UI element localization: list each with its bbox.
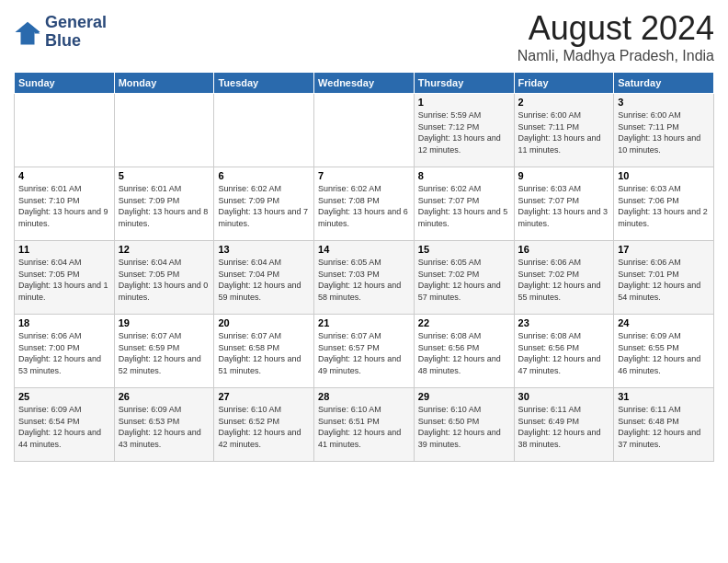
- calendar-cell: 6Sunrise: 6:02 AM Sunset: 7:09 PM Daylig…: [214, 167, 314, 241]
- day-info: Sunrise: 6:11 AM Sunset: 6:49 PM Dayligh…: [518, 404, 610, 450]
- calendar-cell: 2Sunrise: 6:00 AM Sunset: 7:11 PM Daylig…: [514, 94, 614, 167]
- day-number: 16: [518, 244, 610, 255]
- day-info: Sunrise: 6:07 AM Sunset: 6:58 PM Dayligh…: [218, 330, 310, 376]
- location: Namli, Madhya Pradesh, India: [518, 48, 714, 64]
- title-block: August 2024 Namli, Madhya Pradesh, India: [518, 9, 714, 64]
- day-number: 19: [119, 317, 210, 328]
- day-info: Sunrise: 6:11 AM Sunset: 6:48 PM Dayligh…: [618, 404, 710, 450]
- col-header-tuesday: Tuesday: [214, 73, 314, 94]
- day-number: 8: [418, 170, 510, 181]
- day-info: Sunrise: 6:04 AM Sunset: 7:04 PM Dayligh…: [218, 257, 310, 303]
- calendar-cell: 17Sunrise: 6:06 AM Sunset: 7:01 PM Dayli…: [614, 241, 714, 315]
- day-number: 31: [618, 391, 710, 402]
- calendar-cell: 22Sunrise: 6:08 AM Sunset: 6:56 PM Dayli…: [414, 315, 514, 388]
- day-info: Sunrise: 6:06 AM Sunset: 7:02 PM Dayligh…: [518, 257, 610, 303]
- day-number: 29: [418, 391, 510, 402]
- day-info: Sunrise: 6:03 AM Sunset: 7:07 PM Dayligh…: [518, 183, 610, 229]
- day-number: 18: [18, 317, 110, 328]
- day-number: 9: [518, 170, 610, 181]
- calendar-cell: 26Sunrise: 6:09 AM Sunset: 6:53 PM Dayli…: [114, 388, 214, 462]
- calendar-table: SundayMondayTuesdayWednesdayThursdayFrid…: [14, 72, 714, 462]
- calendar-cell: 4Sunrise: 6:01 AM Sunset: 7:10 PM Daylig…: [15, 167, 115, 241]
- calendar-cell: 15Sunrise: 6:05 AM Sunset: 7:02 PM Dayli…: [414, 241, 514, 315]
- calendar-cell: 31Sunrise: 6:11 AM Sunset: 6:48 PM Dayli…: [614, 388, 714, 462]
- day-info: Sunrise: 6:03 AM Sunset: 7:06 PM Dayligh…: [618, 183, 710, 229]
- calendar-cell: [214, 94, 314, 167]
- day-number: 27: [218, 391, 310, 402]
- day-number: 5: [119, 170, 210, 181]
- day-number: 15: [418, 244, 510, 255]
- day-number: 12: [119, 244, 210, 255]
- calendar-cell: 24Sunrise: 6:09 AM Sunset: 6:55 PM Dayli…: [614, 315, 714, 388]
- day-number: 2: [518, 97, 610, 108]
- calendar-cell: 19Sunrise: 6:07 AM Sunset: 6:59 PM Dayli…: [114, 315, 214, 388]
- page: General Blue August 2024 Namli, Madhya P…: [0, 0, 728, 471]
- calendar-cell: 5Sunrise: 6:01 AM Sunset: 7:09 PM Daylig…: [114, 167, 214, 241]
- col-header-monday: Monday: [114, 73, 214, 94]
- calendar-cell: 20Sunrise: 6:07 AM Sunset: 6:58 PM Dayli…: [214, 315, 314, 388]
- day-number: 24: [618, 317, 710, 328]
- day-info: Sunrise: 6:10 AM Sunset: 6:52 PM Dayligh…: [218, 404, 310, 450]
- logo: General Blue: [14, 14, 107, 51]
- day-info: Sunrise: 6:05 AM Sunset: 7:03 PM Dayligh…: [318, 257, 410, 303]
- calendar-cell: [15, 94, 115, 167]
- day-info: Sunrise: 6:00 AM Sunset: 7:11 PM Dayligh…: [618, 109, 710, 155]
- col-header-thursday: Thursday: [414, 73, 514, 94]
- day-number: 3: [618, 97, 710, 108]
- day-info: Sunrise: 6:06 AM Sunset: 7:01 PM Dayligh…: [618, 257, 710, 303]
- calendar-cell: [114, 94, 214, 167]
- calendar-cell: 25Sunrise: 6:09 AM Sunset: 6:54 PM Dayli…: [15, 388, 115, 462]
- day-number: 25: [18, 391, 110, 402]
- col-header-friday: Friday: [514, 73, 614, 94]
- day-info: Sunrise: 6:09 AM Sunset: 6:53 PM Dayligh…: [119, 404, 210, 450]
- day-number: 11: [18, 244, 110, 255]
- day-info: Sunrise: 6:09 AM Sunset: 6:54 PM Dayligh…: [18, 404, 110, 450]
- day-info: Sunrise: 6:09 AM Sunset: 6:55 PM Dayligh…: [618, 330, 710, 376]
- day-number: 26: [119, 391, 210, 402]
- day-info: Sunrise: 6:06 AM Sunset: 7:00 PM Dayligh…: [18, 330, 110, 376]
- header: General Blue August 2024 Namli, Madhya P…: [14, 9, 714, 64]
- day-info: Sunrise: 6:02 AM Sunset: 7:07 PM Dayligh…: [418, 183, 510, 229]
- logo-icon: [14, 18, 41, 46]
- day-number: 20: [218, 317, 310, 328]
- calendar-cell: 23Sunrise: 6:08 AM Sunset: 6:56 PM Dayli…: [514, 315, 614, 388]
- calendar-cell: 29Sunrise: 6:10 AM Sunset: 6:50 PM Dayli…: [414, 388, 514, 462]
- day-number: 21: [318, 317, 410, 328]
- col-header-saturday: Saturday: [614, 73, 714, 94]
- day-info: Sunrise: 6:05 AM Sunset: 7:02 PM Dayligh…: [418, 257, 510, 303]
- day-info: Sunrise: 6:07 AM Sunset: 6:57 PM Dayligh…: [318, 330, 410, 376]
- day-number: 1: [418, 97, 510, 108]
- day-info: Sunrise: 6:10 AM Sunset: 6:51 PM Dayligh…: [318, 404, 410, 450]
- calendar-cell: 3Sunrise: 6:00 AM Sunset: 7:11 PM Daylig…: [614, 94, 714, 167]
- day-number: 4: [18, 170, 110, 181]
- day-number: 17: [618, 244, 710, 255]
- calendar-cell: 12Sunrise: 6:04 AM Sunset: 7:05 PM Dayli…: [114, 241, 214, 315]
- day-info: Sunrise: 6:00 AM Sunset: 7:11 PM Dayligh…: [518, 109, 610, 155]
- calendar-cell: 7Sunrise: 6:02 AM Sunset: 7:08 PM Daylig…: [314, 167, 415, 241]
- day-number: 28: [318, 391, 410, 402]
- calendar-cell: 16Sunrise: 6:06 AM Sunset: 7:02 PM Dayli…: [514, 241, 614, 315]
- calendar-cell: 28Sunrise: 6:10 AM Sunset: 6:51 PM Dayli…: [314, 388, 415, 462]
- day-info: Sunrise: 6:01 AM Sunset: 7:10 PM Dayligh…: [18, 183, 110, 229]
- day-info: Sunrise: 6:04 AM Sunset: 7:05 PM Dayligh…: [18, 257, 110, 303]
- calendar-cell: 27Sunrise: 6:10 AM Sunset: 6:52 PM Dayli…: [214, 388, 314, 462]
- day-info: Sunrise: 6:07 AM Sunset: 6:59 PM Dayligh…: [119, 330, 210, 376]
- calendar-cell: 10Sunrise: 6:03 AM Sunset: 7:06 PM Dayli…: [614, 167, 714, 241]
- day-number: 23: [518, 317, 610, 328]
- calendar-cell: 11Sunrise: 6:04 AM Sunset: 7:05 PM Dayli…: [15, 241, 115, 315]
- day-info: Sunrise: 5:59 AM Sunset: 7:12 PM Dayligh…: [418, 109, 510, 155]
- col-header-wednesday: Wednesday: [314, 73, 415, 94]
- day-number: 30: [518, 391, 610, 402]
- calendar-cell: 8Sunrise: 6:02 AM Sunset: 7:07 PM Daylig…: [414, 167, 514, 241]
- calendar-cell: 21Sunrise: 6:07 AM Sunset: 6:57 PM Dayli…: [314, 315, 415, 388]
- calendar-cell: 14Sunrise: 6:05 AM Sunset: 7:03 PM Dayli…: [314, 241, 415, 315]
- day-info: Sunrise: 6:08 AM Sunset: 6:56 PM Dayligh…: [518, 330, 610, 376]
- day-info: Sunrise: 6:02 AM Sunset: 7:09 PM Dayligh…: [218, 183, 310, 229]
- calendar-cell: 30Sunrise: 6:11 AM Sunset: 6:49 PM Dayli…: [514, 388, 614, 462]
- calendar-cell: 13Sunrise: 6:04 AM Sunset: 7:04 PM Dayli…: [214, 241, 314, 315]
- calendar-cell: [314, 94, 415, 167]
- day-number: 7: [318, 170, 410, 181]
- day-info: Sunrise: 6:08 AM Sunset: 6:56 PM Dayligh…: [418, 330, 510, 376]
- calendar-cell: 1Sunrise: 5:59 AM Sunset: 7:12 PM Daylig…: [414, 94, 514, 167]
- day-number: 22: [418, 317, 510, 328]
